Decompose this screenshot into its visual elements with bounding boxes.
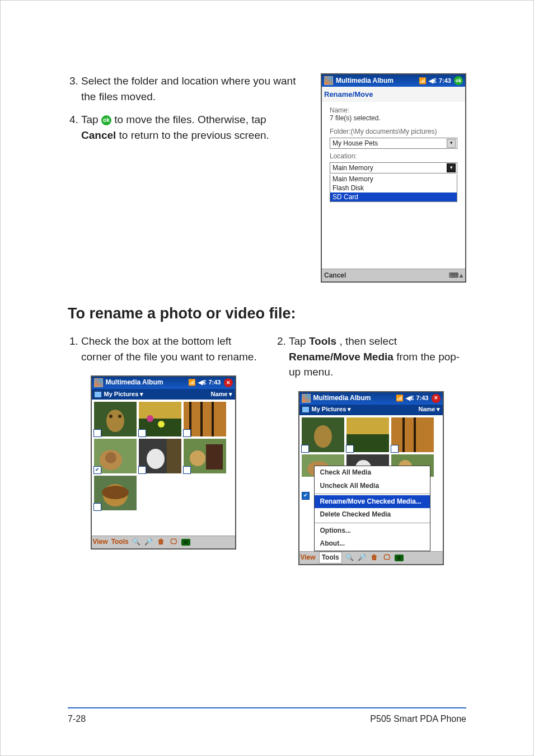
screenshot-album-grid: Multimedia Album 📶 ◀€ 7:43 ✕ My Pictures… — [91, 375, 236, 550]
clock: 7:43 — [208, 378, 221, 387]
step-4-text-a: Tap — [81, 114, 101, 125]
checkbox-icon[interactable] — [391, 445, 399, 453]
name-value: 7 file(s) selected. — [330, 114, 457, 122]
thumbnail[interactable] — [94, 402, 137, 436]
delete-icon[interactable]: 🗑 — [157, 538, 166, 547]
sort-dropdown[interactable]: Name ▾ — [418, 405, 440, 414]
tools-menu[interactable]: Tools — [111, 537, 129, 547]
thumbnail[interactable] — [184, 439, 226, 473]
folder-dropdown[interactable]: My Pictures ▾ — [312, 405, 352, 414]
section-heading: To rename a photo or video file: — [68, 305, 466, 322]
svg-rect-29 — [402, 417, 405, 452]
cancel-button[interactable]: Cancel — [324, 271, 346, 279]
screenshot-tools-menu: Multimedia Album 📶 ◀€ 7:43 ✕ My Pictures… — [298, 391, 444, 565]
svg-point-2 — [109, 415, 113, 418]
folder-selected: My House Pets — [332, 139, 378, 147]
album-subbar: My Pictures ▾ Name ▾ — [299, 405, 443, 415]
screenshot-rename-move: Multimedia Album 📶 ◀€ 7:43 ok Rename/Mov… — [321, 73, 466, 283]
location-select[interactable]: Main Memory ▾ — [330, 162, 457, 173]
menu-options[interactable]: Options... — [315, 524, 430, 537]
tools-menu-active[interactable]: Tools — [319, 552, 342, 564]
thumbnail[interactable] — [184, 402, 226, 436]
location-option[interactable]: Main Memory — [330, 175, 457, 184]
dropdown-arrow-icon[interactable]: ▾ — [447, 163, 456, 172]
checkbox-checked-icon[interactable]: ✔ — [302, 492, 310, 500]
checkbox-icon[interactable] — [346, 445, 354, 453]
zoom-in-icon[interactable]: 🔍 — [132, 538, 141, 547]
checkbox-icon[interactable] — [301, 445, 309, 453]
checkbox-checked-icon[interactable]: ✔ — [93, 466, 101, 474]
status-area: 📶 ◀€ 7:43 — [396, 394, 428, 403]
menu-check-all[interactable]: Check All Media — [315, 466, 430, 479]
step-2-text-b: , then select — [339, 335, 396, 347]
thumbnail[interactable] — [94, 476, 137, 510]
menu-delete[interactable]: Delete Checked Media — [315, 508, 430, 521]
bottom-right-column: Tap Tools , then select Rename/Move Medi… — [275, 334, 466, 565]
menu-uncheck-all[interactable]: Uncheck All Media — [315, 480, 430, 492]
svg-point-6 — [147, 415, 153, 422]
dropdown-arrow-icon[interactable]: ▾ — [447, 139, 456, 148]
slideshow-icon[interactable]: 🖵 — [169, 538, 178, 547]
rename-keyword: Rename/Move Media — [289, 351, 394, 363]
app-icon — [94, 378, 103, 387]
rename-move-form: Name: 7 file(s) selected. Folder:(\My do… — [322, 102, 465, 269]
thumbnail[interactable] — [302, 417, 344, 452]
bottom-bar: Cancel ⌨ ▴ — [322, 269, 465, 281]
volume-icon: ◀€ — [429, 77, 437, 84]
app-icon — [324, 76, 333, 85]
rename-move-heading: Rename/Move — [322, 87, 465, 102]
folder-label: Folder:(\My documents\My pictures) — [330, 128, 457, 135]
app-title: Multimedia Album — [313, 393, 394, 403]
instruction-step-2: Tap Tools , then select Rename/Move Medi… — [289, 334, 466, 380]
sort-dropdown[interactable]: Name ▾ — [210, 390, 232, 399]
checkbox-icon[interactable] — [183, 466, 191, 474]
slideshow-icon[interactable]: 🖵 — [382, 553, 391, 562]
svg-rect-19 — [206, 444, 223, 469]
step-4-text-c: to return to the previous screen. — [119, 129, 269, 141]
thumbnail[interactable] — [139, 439, 181, 473]
view-menu[interactable]: View — [301, 553, 316, 562]
signal-icon: 📶 — [419, 77, 427, 84]
top-section: Select the folder and location where you… — [68, 73, 466, 283]
checkbox-icon[interactable] — [138, 429, 146, 437]
tools-popup-menu: Check All Media Uncheck All Media Rename… — [314, 466, 430, 551]
menu-rename-move[interactable]: Rename/Move Checked Media... — [315, 495, 430, 508]
view-menu[interactable]: View — [93, 537, 108, 547]
location-option[interactable]: Flash Disk — [330, 184, 457, 192]
thumbnail-grid: ✔ — [92, 400, 235, 536]
signal-icon: 📶 — [396, 394, 404, 403]
svg-rect-30 — [414, 417, 416, 452]
step-3-text: Select the folder and location where you… — [81, 75, 296, 102]
svg-rect-17 — [167, 439, 181, 473]
zoom-out-icon[interactable]: 🔎 — [358, 553, 367, 562]
ok-button[interactable]: ok — [454, 76, 463, 85]
status-area: 📶 ◀€ 7:43 — [188, 378, 221, 387]
camera-icon[interactable] — [395, 553, 404, 562]
delete-icon[interactable]: 🗑 — [370, 553, 379, 562]
checkbox-icon[interactable] — [183, 429, 191, 437]
clock: 7:43 — [439, 77, 451, 84]
zoom-in-icon[interactable]: 🔍 — [345, 553, 354, 562]
camera-icon[interactable] — [181, 538, 190, 547]
location-options-list[interactable]: Main Memory Flash Disk SD Card — [330, 175, 457, 202]
close-button[interactable]: ✕ — [432, 394, 441, 403]
location-option-selected[interactable]: SD Card — [330, 192, 457, 201]
folder-dropdown[interactable]: My Pictures ▾ — [104, 390, 144, 399]
keyboard-toggle[interactable]: ⌨ ▴ — [449, 271, 463, 279]
folder-icon — [94, 391, 102, 398]
checkbox-icon[interactable] — [93, 429, 101, 437]
location-label: Location: — [330, 152, 457, 160]
thumbnail[interactable]: ✔ — [94, 439, 137, 473]
svg-point-25 — [314, 425, 332, 448]
thumbnail[interactable] — [391, 417, 434, 452]
thumbnail[interactable] — [346, 417, 389, 452]
menu-about[interactable]: About... — [315, 537, 430, 550]
folder-select[interactable]: My House Pets ▾ — [330, 138, 457, 149]
close-button[interactable]: ✕ — [224, 378, 233, 387]
zoom-out-icon[interactable]: 🔎 — [144, 538, 153, 547]
checkbox-icon[interactable] — [138, 466, 146, 474]
pda-title-bar: Multimedia Album 📶 ◀€ 7:43 ✕ — [92, 377, 235, 389]
checkbox-icon[interactable] — [93, 503, 101, 511]
thumbnail[interactable] — [139, 402, 181, 436]
pda-title-bar: Multimedia Album 📶 ◀€ 7:43 ok — [322, 74, 465, 87]
